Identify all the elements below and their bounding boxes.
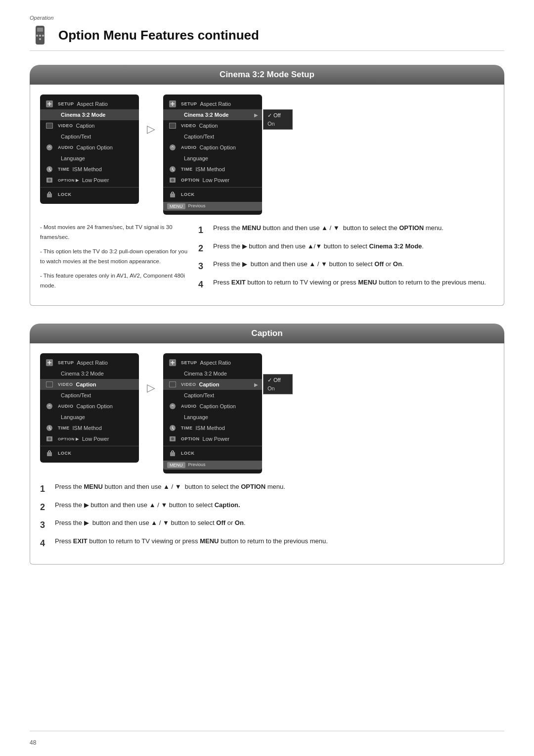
breadcrumb: Operation [30, 15, 504, 21]
page-number: 48 [30, 739, 36, 746]
cinema-menu-left: SETUP Aspect Ratio Cinema 3:2 Mode VIDEO… [40, 94, 139, 204]
svg-point-20 [171, 179, 174, 182]
caption-instructions: 1 Press the MENU button and then use ▲ /… [40, 481, 494, 551]
page-header: Option Menu Features continued [30, 25, 504, 51]
svg-rect-13 [47, 193, 52, 197]
caption-options-popup: ✓ Off On [263, 374, 293, 394]
svg-rect-16 [170, 123, 176, 128]
page-title: Option Menu Features continued [58, 28, 259, 43]
caption-menu-right: SETUP Aspect Ratio Cinema 3:2 Mode VIDEO… [163, 353, 262, 473]
svg-rect-21 [170, 193, 175, 197]
bottom-divider [30, 731, 504, 731]
svg-point-2 [39, 35, 41, 37]
svg-rect-29 [47, 452, 52, 456]
svg-point-4 [36, 35, 38, 37]
cinema-section: Cinema 3:2 Mode Setup SETUP Aspect Ratio [30, 65, 504, 306]
svg-point-33 [170, 403, 176, 409]
caption-arrow: ▷ [147, 381, 155, 394]
cinema-section-title: Cinema 3:2 Mode Setup [30, 65, 504, 85]
cinema-options-popup: ✓ Off On [263, 109, 293, 130]
svg-point-28 [48, 437, 51, 440]
svg-rect-37 [170, 452, 175, 456]
cinema-menu-right: SETUP Aspect Ratio Cinema 3:2 Mode ▶ VID… [163, 94, 262, 215]
caption-section: Caption SETUP Aspect Ratio [30, 324, 504, 564]
caption-menu-left: SETUP Aspect Ratio Cinema 3:2 Mode VIDEO… [40, 353, 139, 463]
cinema-notes: - Most movies are 24 frames/sec, but TV … [40, 223, 188, 295]
svg-point-25 [46, 403, 52, 409]
svg-rect-24 [46, 382, 52, 387]
svg-point-5 [42, 35, 44, 37]
cinema-arrow: ▷ [147, 123, 155, 136]
svg-point-36 [171, 437, 174, 440]
svg-point-3 [39, 38, 41, 40]
remote-icon [30, 25, 50, 46]
svg-point-17 [170, 144, 176, 150]
svg-rect-1 [37, 28, 43, 32]
svg-point-9 [46, 144, 52, 150]
caption-section-title: Caption [30, 324, 504, 343]
cinema-instructions: 1 Press the MENU button and then use ▲ /… [198, 223, 494, 295]
svg-point-12 [48, 179, 51, 182]
svg-rect-8 [46, 123, 52, 128]
svg-rect-32 [170, 382, 176, 387]
